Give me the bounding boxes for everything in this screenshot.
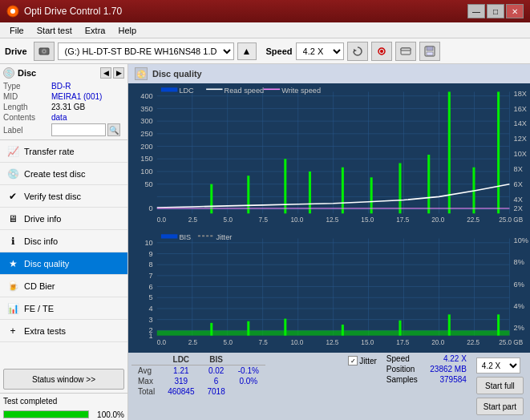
svg-rect-72: [309, 172, 311, 213]
svg-rect-63: [161, 87, 177, 91]
nav-disc-info-label: Disc info: [24, 236, 58, 246]
disc-btn2[interactable]: ▶: [113, 67, 124, 79]
nav-fe-te-label: FE / TE: [24, 304, 54, 313]
speed-info: Speed 4.22 X Position 23862 MB Samples 3…: [386, 354, 467, 384]
nav-fe-te[interactable]: 📊 FE / TE: [0, 297, 127, 320]
chart-title: Disc quality: [152, 69, 202, 79]
transfer-rate-icon: 📈: [6, 145, 19, 158]
right-content: 📀 Disc quality: [128, 64, 530, 420]
speed-select[interactable]: 4.2 X: [296, 42, 344, 60]
save-btn[interactable]: [419, 42, 440, 61]
menu-start-test[interactable]: Start test: [30, 24, 79, 37]
nav-disc-quality[interactable]: ★ Disc quality: [0, 252, 127, 275]
nav-drive-info[interactable]: 🖥 Drive info: [0, 208, 127, 230]
svg-rect-71: [284, 159, 286, 213]
table-row: Avg 1.21 0.02 -0.1%: [131, 365, 265, 377]
mid-value: MEIRA1 (001): [51, 92, 124, 101]
nav-disc-info[interactable]: ℹ Disc info: [0, 230, 127, 252]
svg-text:Read speed: Read speed: [225, 86, 265, 94]
svg-text:7.5: 7.5: [259, 216, 269, 224]
window-controls: — □ ✕: [467, 4, 524, 18]
svg-text:8X: 8X: [514, 165, 523, 173]
disc-quality-icon: ★: [6, 257, 19, 270]
nav-cd-bier-label: CD Bier: [24, 281, 55, 291]
svg-rect-136: [448, 315, 451, 336]
jitter-checkbox[interactable]: ✓: [348, 356, 358, 365]
progress-bar-fill: [4, 411, 88, 418]
nav-create-test-disc[interactable]: 💿 Create test disc: [0, 163, 127, 185]
svg-point-4: [43, 50, 45, 52]
length-label: Length: [3, 103, 51, 111]
type-value: BD-R: [51, 82, 124, 91]
samples-val: 379584: [439, 375, 466, 384]
svg-text:BIS: BIS: [179, 233, 191, 241]
svg-text:22.5: 22.5: [467, 216, 479, 224]
svg-text:350: 350: [140, 104, 152, 112]
menu-file[interactable]: File: [3, 24, 30, 37]
speed-dropdown[interactable]: 4.2 X: [476, 357, 520, 374]
minimize-button[interactable]: —: [467, 4, 485, 18]
nav-verify-test-disc-label: Verify test disc: [24, 192, 81, 201]
drive-select[interactable]: (G:) HL-DT-ST BD-RE WH16NS48 1.D3: [58, 42, 234, 60]
svg-text:6: 6: [149, 283, 153, 291]
ldc-chart-svg: 400 350 300 250 200 150 100 50 0 18X 16X…: [128, 83, 530, 230]
svg-text:14X: 14X: [514, 119, 527, 127]
svg-rect-73: [342, 168, 344, 214]
nav-cd-bier[interactable]: 🍺 CD Bier: [0, 275, 127, 297]
svg-rect-75: [399, 163, 401, 213]
jitter-label: Jitter: [359, 357, 377, 365]
svg-text:20.0: 20.0: [431, 216, 444, 224]
refresh-btn[interactable]: [347, 42, 368, 61]
svg-rect-130: [157, 331, 510, 336]
svg-text:50: 50: [144, 180, 152, 188]
nav-extra-tests[interactable]: + Extra tests: [0, 320, 127, 342]
menu-extra[interactable]: Extra: [79, 24, 112, 37]
stats-bar: LDC BIS Avg 1.21 0.02 -0.1%: [128, 353, 530, 420]
bottom-status-bar: Test completed: [0, 393, 127, 409]
label-input[interactable]: [51, 123, 106, 136]
start-full-btn[interactable]: Start full: [476, 377, 524, 394]
charts-area: 400 350 300 250 200 150 100 50 0 18X 16X…: [128, 83, 530, 353]
table-row: Max 319 6 0.0%: [131, 376, 265, 386]
svg-rect-132: [247, 321, 249, 336]
svg-text:1: 1: [149, 332, 153, 340]
svg-text:0.0: 0.0: [157, 216, 167, 224]
max-jitter: 0.0%: [232, 376, 265, 386]
label-btn[interactable]: 🔍: [107, 123, 120, 136]
svg-text:15.0: 15.0: [361, 216, 374, 224]
svg-text:200: 200: [140, 143, 152, 151]
nav-disc-quality-label: Disc quality: [24, 259, 69, 269]
ldc-chart: 400 350 300 250 200 150 100 50 0 18X 16X…: [128, 83, 530, 230]
disc-btn1[interactable]: ◀: [100, 67, 111, 79]
start-part-btn[interactable]: Start part: [476, 398, 524, 415]
toolbar: Drive (G:) HL-DT-ST BD-RE WH16NS48 1.D3 …: [0, 38, 530, 64]
nav-transfer-rate[interactable]: 📈 Transfer rate: [0, 140, 127, 163]
svg-text:150: 150: [140, 155, 152, 163]
svg-rect-131: [210, 323, 212, 336]
svg-rect-76: [427, 155, 430, 213]
info-btn[interactable]: [395, 42, 416, 61]
verify-test-disc-icon: ✔: [6, 190, 19, 203]
svg-text:10.0: 10.0: [290, 216, 303, 224]
disc-label-row: Label 🔍: [3, 123, 124, 136]
status-window-btn[interactable]: Status window >>: [3, 369, 124, 390]
app-icon: [6, 5, 19, 18]
svg-text:2%: 2%: [514, 324, 524, 332]
app-title: Opti Drive Control 1.70: [24, 6, 467, 17]
close-button[interactable]: ✕: [506, 4, 524, 18]
chart-header-icon: 📀: [135, 67, 148, 80]
svg-rect-11: [427, 46, 433, 50]
drive-info-icon: 🖥: [6, 212, 19, 225]
svg-text:6%: 6%: [514, 281, 524, 289]
type-label: Type: [3, 82, 51, 91]
maximize-button[interactable]: □: [487, 4, 504, 18]
nav-verify-test-disc[interactable]: ✔ Verify test disc: [0, 185, 127, 208]
menu-help[interactable]: Help: [111, 24, 143, 37]
length-value: 23.31 GB: [51, 103, 124, 111]
disc-header: 💿 Disc ◀ ▶: [3, 67, 124, 79]
settings-btn[interactable]: [371, 42, 392, 61]
speed-row: Speed 4.22 X: [386, 354, 467, 363]
total-bis: 7018: [201, 386, 232, 397]
eject-btn[interactable]: ▲: [237, 42, 257, 60]
avg-jitter: -0.1%: [232, 365, 265, 377]
